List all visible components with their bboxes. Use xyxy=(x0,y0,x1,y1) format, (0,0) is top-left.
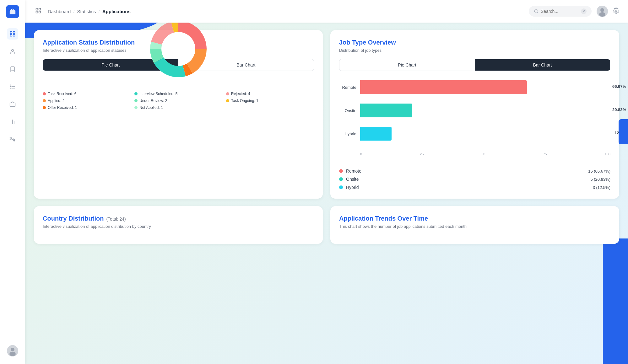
svg-point-19 xyxy=(11,348,14,351)
svg-rect-3 xyxy=(10,35,12,36)
legend-dot-not-applied xyxy=(134,106,138,109)
legend-offer-received: Offer Received: 1 xyxy=(43,105,131,110)
legend-label-applied: Applied: 4 xyxy=(48,99,64,103)
svg-rect-23 xyxy=(36,11,38,13)
job-type-card: Job Type Overview Distribution of job ty… xyxy=(330,30,619,199)
donut-legend: Task Received: 6 Interview Scheduled: 5 … xyxy=(43,92,314,110)
svg-point-25 xyxy=(534,9,537,12)
svg-point-29 xyxy=(599,12,605,17)
legend-label-not-applied: Not Applied: 1 xyxy=(139,105,163,110)
bar-row-onsite: Onsite 20.83% xyxy=(339,104,610,117)
donut-chart-proper xyxy=(43,23,314,87)
bar-track-remote: 66.67% xyxy=(360,80,610,94)
bar-fill-remote xyxy=(360,80,527,94)
bar-row-hybrid: Hybrid 12.5% xyxy=(339,127,610,141)
job-type-subtitle: Distribution of job types xyxy=(339,48,610,53)
jt-count-onsite: 5 (20.83%) xyxy=(590,177,610,182)
breadcrumb-dashboard[interactable]: Dashboard xyxy=(48,9,71,14)
sidebar-item-tools[interactable] xyxy=(7,134,18,145)
axis-75: 75 xyxy=(543,152,547,156)
legend-dot-applied xyxy=(43,99,46,102)
application-status-card: Application Status Distribution Interact… xyxy=(34,30,323,199)
jt-count-remote: 16 (66.67%) xyxy=(588,169,610,174)
sidebar-item-list[interactable] xyxy=(7,81,18,92)
jt-name-remote: Remote xyxy=(346,169,585,174)
bar-label-remote: Remote xyxy=(339,85,356,90)
search-box: ✕ xyxy=(529,6,592,17)
bar-fill-onsite xyxy=(360,104,412,117)
search-input[interactable] xyxy=(541,9,578,14)
legend-dot-interview xyxy=(134,92,138,95)
sidebar-logo[interactable] xyxy=(6,5,19,18)
job-type-bar-chart: Remote 66.67% Onsite 20.83% xyxy=(339,77,610,162)
sidebar-item-jobs[interactable] xyxy=(7,99,18,110)
search-clear-button[interactable]: ✕ xyxy=(581,8,587,14)
svg-point-28 xyxy=(600,8,604,12)
breadcrumb-statistics[interactable]: Statistics xyxy=(77,9,96,14)
bar-track-hybrid: 12.5% xyxy=(360,127,610,141)
svg-point-30 xyxy=(615,10,617,11)
legend-task-received: Task Received: 6 xyxy=(43,92,131,96)
job-type-legend: Remote 16 (66.67%) Onsite 5 (20.83%) Hyb… xyxy=(339,169,610,190)
header-avatar[interactable] xyxy=(597,6,608,17)
search-icon xyxy=(534,9,538,14)
bottom-cards-row: Country Distribution (Total: 24) Interac… xyxy=(34,206,619,244)
breadcrumb-current: Applications xyxy=(102,9,131,14)
bar-label-onsite: Onsite xyxy=(339,108,356,113)
sidebar-nav xyxy=(7,28,18,145)
legend-label-task-received: Task Received: 6 xyxy=(48,92,76,96)
legend-rejected: Rejected: 4 xyxy=(226,92,314,96)
svg-point-9 xyxy=(10,85,11,85)
axis-50: 50 xyxy=(481,152,485,156)
jt-count-hybrid: 3 (12.5%) xyxy=(593,185,610,190)
bar-label-hybrid: Hybrid xyxy=(339,131,356,136)
menu-toggle-button[interactable] xyxy=(34,6,43,17)
svg-point-5 xyxy=(12,49,14,51)
sidebar-item-stats[interactable] xyxy=(7,116,18,127)
sidebar-item-dashboard[interactable] xyxy=(7,28,18,40)
legend-under-review: Under Review: 2 xyxy=(134,99,222,103)
axis-0: 0 xyxy=(360,152,362,156)
svg-rect-2 xyxy=(13,32,15,34)
top-cards-row: Application Status Distribution Interact… xyxy=(34,30,619,199)
blue-right-mid-decoration xyxy=(619,119,628,144)
sidebar-item-bookmarks[interactable] xyxy=(7,63,18,75)
application-trends-title: Application Trends Over Time xyxy=(339,215,610,222)
jt-name-onsite: Onsite xyxy=(346,177,587,182)
header: Dashboard / Statistics / Applications ✕ xyxy=(25,0,628,23)
country-distribution-subtitle: Interactive visualization of application… xyxy=(43,224,314,229)
svg-rect-12 xyxy=(10,103,15,107)
legend-task-ongoing: Task Ongoing: 1 xyxy=(226,99,314,103)
legend-applied: Applied: 4 xyxy=(43,99,131,103)
jt-dot-remote xyxy=(339,169,343,173)
legend-label-rejected: Rejected: 4 xyxy=(231,92,250,96)
job-type-pie-btn[interactable]: Pie Chart xyxy=(339,59,475,71)
jt-dot-onsite xyxy=(339,177,343,181)
bar-pct-remote: 66.67% xyxy=(612,84,626,89)
donut-svg xyxy=(144,23,213,83)
jt-legend-hybrid: Hybrid 3 (12.5%) xyxy=(339,185,610,190)
axis-25: 25 xyxy=(420,152,424,156)
breadcrumb: Dashboard / Statistics / Applications xyxy=(48,9,131,14)
sidebar-avatar[interactable] xyxy=(7,345,18,356)
sidebar-item-users[interactable] xyxy=(7,46,18,57)
bar-track-onsite: 20.83% xyxy=(360,104,610,117)
svg-rect-4 xyxy=(13,35,15,36)
settings-button[interactable] xyxy=(613,8,619,15)
page-content: Application Status Distribution Interact… xyxy=(25,23,628,364)
legend-dot-task-ongoing xyxy=(226,99,229,102)
sidebar xyxy=(0,0,25,364)
legend-not-applied: Not Applied: 1 xyxy=(134,105,222,110)
axis-100: 100 xyxy=(605,152,610,156)
svg-rect-24 xyxy=(39,11,41,13)
jt-legend-onsite: Onsite 5 (20.83%) xyxy=(339,177,610,182)
svg-point-20 xyxy=(9,352,16,356)
job-type-chart-toggle: Pie Chart Bar Chart xyxy=(339,59,610,71)
job-type-title: Job Type Overview xyxy=(339,39,610,46)
job-type-bar-btn[interactable]: Bar Chart xyxy=(475,59,610,71)
legend-dot-offer xyxy=(43,106,46,109)
svg-rect-21 xyxy=(36,8,38,10)
application-trends-card: Application Trends Over Time This chart … xyxy=(330,206,619,244)
bar-fill-hybrid xyxy=(360,127,392,141)
country-distribution-card: Country Distribution (Total: 24) Interac… xyxy=(34,206,323,244)
